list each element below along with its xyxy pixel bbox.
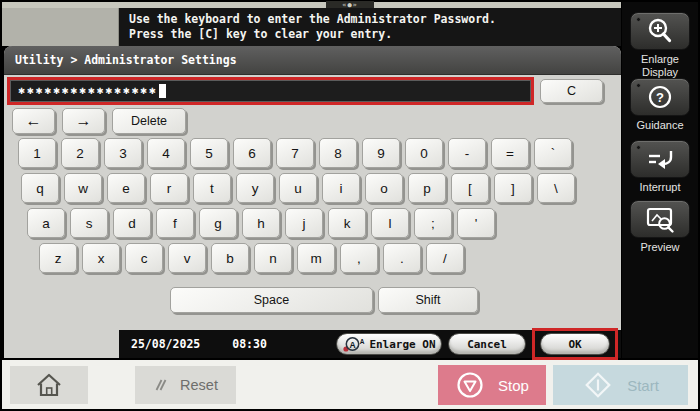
- key-3[interactable]: 3: [104, 138, 142, 168]
- edit-key-row: ← → Delete: [12, 108, 186, 134]
- enlarge-display-button[interactable]: [630, 12, 690, 50]
- guidance-label: Guidance: [624, 119, 696, 132]
- key-r[interactable]: r: [150, 173, 188, 203]
- space-key[interactable]: Space: [170, 287, 373, 313]
- key-8[interactable]: 8: [319, 138, 357, 168]
- svg-text:?: ?: [656, 90, 664, 105]
- keyboard-panel: Utility > Administrator Settings ✱✱✱✱✱✱✱…: [4, 46, 621, 358]
- status-message: Use the keyboard to enter the Administra…: [119, 8, 621, 46]
- delete-button[interactable]: Delete: [112, 108, 186, 134]
- key-c[interactable]: c: [125, 243, 163, 273]
- key-4[interactable]: 4: [147, 138, 185, 168]
- key-g[interactable]: g: [199, 208, 237, 238]
- key-/[interactable]: /: [426, 243, 464, 273]
- key-][interactable]: ]: [494, 173, 532, 203]
- key-j[interactable]: j: [285, 208, 323, 238]
- key-h[interactable]: h: [242, 208, 280, 238]
- preview-icon: [643, 204, 677, 234]
- stop-icon: [455, 370, 485, 400]
- password-masked-value: ✱✱✱✱✱✱✱✱✱✱✱✱✱✱✱✱: [18, 86, 158, 96]
- key-\[interactable]: \: [537, 173, 575, 203]
- key-.[interactable]: .: [383, 243, 421, 273]
- start-icon: [582, 369, 614, 401]
- key-5[interactable]: 5: [190, 138, 228, 168]
- preview-button[interactable]: [630, 200, 690, 238]
- led-indicator: [636, 83, 641, 88]
- key-9[interactable]: 9: [362, 138, 400, 168]
- enlarge-on-label: Enlarge ON: [369, 338, 435, 351]
- arrow-right-button[interactable]: →: [62, 108, 105, 134]
- key-u[interactable]: u: [279, 173, 317, 203]
- key-n[interactable]: n: [254, 243, 292, 273]
- key--[interactable]: -: [448, 138, 486, 168]
- clear-button[interactable]: C: [540, 79, 603, 103]
- home-button[interactable]: [10, 366, 88, 404]
- key-=[interactable]: =: [491, 138, 529, 168]
- led-indicator: [636, 145, 641, 150]
- date-label: 25/08/2025: [131, 337, 200, 351]
- ok-button[interactable]: OK: [540, 333, 610, 355]
- breadcrumb: Utility > Administrator Settings: [4, 46, 621, 75]
- ok-highlight-box: OK: [532, 328, 618, 360]
- key-7[interactable]: 7: [276, 138, 314, 168]
- key-y[interactable]: y: [236, 173, 274, 203]
- keyboard-row-numbers: 1234567890-=`: [18, 138, 572, 168]
- key-t[interactable]: t: [193, 173, 231, 203]
- key-d[interactable]: d: [113, 208, 151, 238]
- stop-button[interactable]: Stop: [438, 365, 546, 405]
- key-x[interactable]: x: [82, 243, 120, 273]
- home-icon: [34, 371, 64, 399]
- touch-panel-screen: «●» Use the keyboard to enter the Admini…: [0, 0, 700, 411]
- guidance-button[interactable]: ?: [630, 78, 690, 116]
- key-f[interactable]: f: [156, 208, 194, 238]
- key-`[interactable]: `: [534, 138, 572, 168]
- key-1[interactable]: 1: [18, 138, 56, 168]
- time-label: 08:30: [232, 337, 267, 351]
- key-q[interactable]: q: [21, 173, 59, 203]
- shift-key[interactable]: Shift: [378, 287, 478, 313]
- led-indicator: [636, 17, 641, 22]
- key-l[interactable]: l: [371, 208, 409, 238]
- key-e[interactable]: e: [107, 173, 145, 203]
- interrupt-label: Interrupt: [624, 181, 696, 194]
- key-w[interactable]: w: [64, 173, 102, 203]
- preview-label: Preview: [624, 241, 696, 254]
- interrupt-button[interactable]: [630, 140, 690, 178]
- key-'[interactable]: ': [457, 208, 495, 238]
- key-m[interactable]: m: [297, 243, 335, 273]
- key-k[interactable]: k: [328, 208, 366, 238]
- key-b[interactable]: b: [211, 243, 249, 273]
- start-button[interactable]: Start: [553, 365, 688, 405]
- svg-text:A: A: [350, 339, 356, 349]
- question-icon: ?: [645, 83, 675, 111]
- reset-label: Reset: [180, 377, 218, 393]
- keyboard-row-qwerty: qwertyuiop[]\: [21, 173, 575, 203]
- key-s[interactable]: s: [70, 208, 108, 238]
- key-z[interactable]: z: [39, 243, 77, 273]
- key-;[interactable]: ;: [414, 208, 452, 238]
- sidebar-item-interrupt: Interrupt: [622, 140, 698, 194]
- arrow-left-button[interactable]: ←: [12, 108, 55, 134]
- key-o[interactable]: o: [365, 173, 403, 203]
- enlarge-on-button[interactable]: A A Enlarge ON: [336, 333, 442, 355]
- key-v[interactable]: v: [168, 243, 206, 273]
- key-i[interactable]: i: [322, 173, 360, 203]
- key-[[interactable]: [: [451, 173, 489, 203]
- reset-button[interactable]: Reset: [135, 366, 236, 404]
- enlarge-glasses-icon: A A: [342, 336, 366, 353]
- key-6[interactable]: 6: [233, 138, 271, 168]
- key-p[interactable]: p: [408, 173, 446, 203]
- sidebar: Enlarge Display ? Guidance: [622, 2, 698, 358]
- key-,[interactable]: ,: [340, 243, 378, 273]
- status-message-line2: Press the [C] key to clear your entry.: [129, 27, 621, 42]
- key-0[interactable]: 0: [405, 138, 443, 168]
- key-2[interactable]: 2: [61, 138, 99, 168]
- key-a[interactable]: a: [27, 208, 65, 238]
- password-input[interactable]: ✱✱✱✱✱✱✱✱✱✱✱✱✱✱✱✱: [10, 80, 531, 102]
- enlarge-display-label: Enlarge Display: [624, 53, 696, 79]
- action-strip: 25/08/2025 08:30 A A Enlarge ON Cancel O…: [119, 330, 621, 358]
- sidebar-item-guidance: ? Guidance: [622, 78, 698, 132]
- stop-label: Stop: [498, 377, 529, 394]
- cancel-button[interactable]: Cancel: [448, 333, 526, 355]
- password-highlight-box: ✱✱✱✱✱✱✱✱✱✱✱✱✱✱✱✱: [7, 77, 534, 105]
